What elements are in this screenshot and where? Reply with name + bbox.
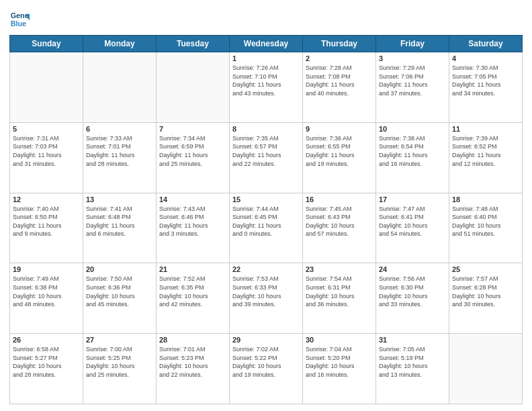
day-number: 3 — [379, 54, 446, 62]
day-number: 5 — [13, 125, 80, 133]
day-info: Sunrise: 7:00 AM Sunset: 5:25 PM Dayligh… — [86, 345, 153, 379]
day-number: 23 — [306, 265, 373, 273]
calendar-body: 1Sunrise: 7:26 AM Sunset: 7:10 PM Daylig… — [10, 52, 523, 404]
day-info: Sunrise: 7:43 AM Sunset: 6:46 PM Dayligh… — [159, 205, 226, 238]
day-number: 10 — [379, 125, 446, 133]
calendar-cell: 15Sunrise: 7:44 AM Sunset: 6:45 PM Dayli… — [230, 193, 303, 263]
day-info: Sunrise: 7:02 AM Sunset: 5:22 PM Dayligh… — [232, 345, 300, 379]
day-number: 24 — [379, 265, 446, 273]
day-info: Sunrise: 7:49 AM Sunset: 6:38 PM Dayligh… — [13, 275, 80, 308]
day-info: Sunrise: 7:47 AM Sunset: 6:41 PM Dayligh… — [379, 205, 446, 238]
weekday-header-thursday: Thursday — [303, 36, 376, 52]
calendar-cell: 29Sunrise: 7:02 AM Sunset: 5:22 PM Dayli… — [230, 334, 303, 404]
week-row-3: 12Sunrise: 7:40 AM Sunset: 6:50 PM Dayli… — [10, 193, 523, 263]
day-info: Sunrise: 7:53 AM Sunset: 6:33 PM Dayligh… — [232, 275, 300, 308]
logo: General Blue — [9, 9, 30, 30]
day-info: Sunrise: 7:34 AM Sunset: 6:59 PM Dayligh… — [159, 134, 226, 168]
day-info: Sunrise: 7:45 AM Sunset: 6:43 PM Dayligh… — [306, 205, 373, 238]
calendar-cell: 17Sunrise: 7:47 AM Sunset: 6:41 PM Dayli… — [376, 193, 449, 263]
calendar-cell: 21Sunrise: 7:52 AM Sunset: 6:35 PM Dayli… — [157, 263, 230, 334]
day-info: Sunrise: 7:41 AM Sunset: 6:48 PM Dayligh… — [86, 205, 153, 238]
day-info: Sunrise: 7:56 AM Sunset: 6:30 PM Dayligh… — [379, 275, 446, 308]
day-number: 20 — [86, 265, 153, 273]
day-info: Sunrise: 7:28 AM Sunset: 7:08 PM Dayligh… — [306, 64, 373, 97]
calendar-cell: 11Sunrise: 7:39 AM Sunset: 6:52 PM Dayli… — [449, 122, 523, 193]
weekday-header-sunday: Sunday — [10, 36, 83, 52]
day-number: 12 — [13, 195, 80, 203]
day-number: 17 — [379, 195, 446, 203]
weekday-header-row: SundayMondayTuesdayWednesdayThursdayFrid… — [10, 36, 523, 52]
day-info: Sunrise: 7:04 AM Sunset: 5:20 PM Dayligh… — [306, 345, 373, 379]
calendar-cell: 31Sunrise: 7:05 AM Sunset: 5:19 PM Dayli… — [376, 334, 449, 404]
header: General Blue — [9, 7, 523, 30]
calendar-cell: 4Sunrise: 7:30 AM Sunset: 7:05 PM Daylig… — [449, 52, 523, 123]
day-number: 29 — [232, 336, 300, 344]
day-number: 8 — [232, 125, 300, 133]
day-number: 28 — [159, 336, 226, 344]
day-info: Sunrise: 7:30 AM Sunset: 7:05 PM Dayligh… — [452, 64, 519, 97]
day-info: Sunrise: 7:50 AM Sunset: 6:36 PM Dayligh… — [86, 275, 153, 308]
day-info: Sunrise: 7:48 AM Sunset: 6:40 PM Dayligh… — [452, 205, 519, 238]
svg-text:Blue: Blue — [11, 19, 26, 28]
calendar-cell: 14Sunrise: 7:43 AM Sunset: 6:46 PM Dayli… — [157, 193, 230, 263]
day-number: 25 — [452, 265, 519, 273]
week-row-4: 19Sunrise: 7:49 AM Sunset: 6:38 PM Dayli… — [10, 263, 523, 334]
day-info: Sunrise: 7:36 AM Sunset: 6:55 PM Dayligh… — [306, 134, 373, 168]
week-row-5: 26Sunrise: 6:58 AM Sunset: 5:27 PM Dayli… — [10, 334, 523, 404]
calendar-cell: 13Sunrise: 7:41 AM Sunset: 6:48 PM Dayli… — [83, 193, 157, 263]
calendar-cell: 3Sunrise: 7:29 AM Sunset: 7:06 PM Daylig… — [376, 52, 449, 123]
day-number: 7 — [159, 125, 226, 133]
calendar-table: SundayMondayTuesdayWednesdayThursdayFrid… — [9, 35, 523, 404]
day-info: Sunrise: 7:38 AM Sunset: 6:54 PM Dayligh… — [379, 134, 446, 168]
week-row-1: 1Sunrise: 7:26 AM Sunset: 7:10 PM Daylig… — [10, 52, 523, 123]
day-number: 9 — [306, 125, 373, 133]
calendar-cell: 23Sunrise: 7:54 AM Sunset: 6:31 PM Dayli… — [303, 263, 376, 334]
day-number: 15 — [232, 195, 300, 203]
calendar-cell: 12Sunrise: 7:40 AM Sunset: 6:50 PM Dayli… — [10, 193, 83, 263]
calendar-cell — [83, 52, 157, 123]
day-info: Sunrise: 7:39 AM Sunset: 6:52 PM Dayligh… — [452, 134, 519, 168]
calendar-cell: 26Sunrise: 6:58 AM Sunset: 5:27 PM Dayli… — [10, 334, 83, 404]
day-number: 30 — [306, 336, 373, 344]
weekday-header-saturday: Saturday — [449, 36, 523, 52]
day-number: 1 — [232, 54, 300, 62]
weekday-header-monday: Monday — [83, 36, 157, 52]
logo-icon: General Blue — [9, 9, 30, 30]
day-info: Sunrise: 7:52 AM Sunset: 6:35 PM Dayligh… — [159, 275, 226, 308]
day-number: 26 — [13, 336, 80, 344]
page: General Blue SundayMondayTuesdayWednesda… — [0, 0, 532, 411]
calendar-cell: 19Sunrise: 7:49 AM Sunset: 6:38 PM Dayli… — [10, 263, 83, 334]
day-info: Sunrise: 7:33 AM Sunset: 7:01 PM Dayligh… — [86, 134, 153, 168]
day-info: Sunrise: 7:05 AM Sunset: 5:19 PM Dayligh… — [379, 345, 446, 379]
weekday-header-friday: Friday — [376, 36, 449, 52]
calendar-cell — [449, 334, 523, 404]
day-number: 16 — [306, 195, 373, 203]
calendar-cell: 8Sunrise: 7:35 AM Sunset: 6:57 PM Daylig… — [230, 122, 303, 193]
day-info: Sunrise: 7:01 AM Sunset: 5:23 PM Dayligh… — [159, 345, 226, 379]
weekday-header-wednesday: Wednesday — [230, 36, 303, 52]
day-number: 6 — [86, 125, 153, 133]
day-number: 18 — [452, 195, 519, 203]
calendar-cell: 9Sunrise: 7:36 AM Sunset: 6:55 PM Daylig… — [303, 122, 376, 193]
calendar-cell: 28Sunrise: 7:01 AM Sunset: 5:23 PM Dayli… — [157, 334, 230, 404]
day-number: 27 — [86, 336, 153, 344]
week-row-2: 5Sunrise: 7:31 AM Sunset: 7:03 PM Daylig… — [10, 122, 523, 193]
calendar-cell — [10, 52, 83, 123]
calendar-cell: 25Sunrise: 7:57 AM Sunset: 6:28 PM Dayli… — [449, 263, 523, 334]
calendar-cell: 7Sunrise: 7:34 AM Sunset: 6:59 PM Daylig… — [157, 122, 230, 193]
calendar-cell: 1Sunrise: 7:26 AM Sunset: 7:10 PM Daylig… — [230, 52, 303, 123]
calendar-cell: 6Sunrise: 7:33 AM Sunset: 7:01 PM Daylig… — [83, 122, 157, 193]
calendar-cell: 20Sunrise: 7:50 AM Sunset: 6:36 PM Dayli… — [83, 263, 157, 334]
day-info: Sunrise: 7:31 AM Sunset: 7:03 PM Dayligh… — [13, 134, 80, 168]
day-number: 11 — [452, 125, 519, 133]
day-number: 21 — [159, 265, 226, 273]
day-number: 14 — [159, 195, 226, 203]
day-info: Sunrise: 7:35 AM Sunset: 6:57 PM Dayligh… — [232, 134, 300, 168]
calendar-cell: 27Sunrise: 7:00 AM Sunset: 5:25 PM Dayli… — [83, 334, 157, 404]
calendar-cell: 22Sunrise: 7:53 AM Sunset: 6:33 PM Dayli… — [230, 263, 303, 334]
day-number: 4 — [452, 54, 519, 62]
calendar-cell: 30Sunrise: 7:04 AM Sunset: 5:20 PM Dayli… — [303, 334, 376, 404]
day-info: Sunrise: 7:40 AM Sunset: 6:50 PM Dayligh… — [13, 205, 80, 238]
day-info: Sunrise: 7:29 AM Sunset: 7:06 PM Dayligh… — [379, 64, 446, 97]
day-number: 13 — [86, 195, 153, 203]
